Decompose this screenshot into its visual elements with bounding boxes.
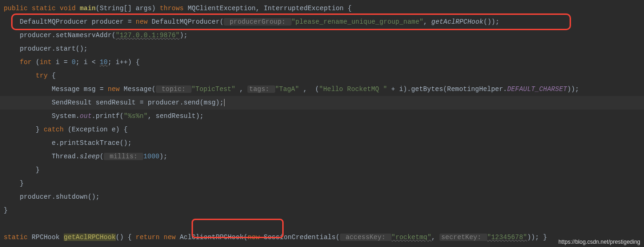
code-line-15: producer.shutdown(); — [4, 190, 640, 204]
indent — [4, 166, 36, 174]
args: , sendResult); — [148, 112, 204, 120]
p3: ; i < — [76, 58, 100, 66]
code-line-2: DefaultMQProducer producer = new Default… — [4, 15, 640, 29]
watermark-text: https://blog.csdn.net/prestigeding — [558, 239, 640, 245]
indent — [4, 193, 20, 201]
p2: + i).getBytes(RemotingHelper. — [387, 85, 507, 93]
topic-str: "TopicTest" — [192, 85, 239, 93]
p4: ; i++) { — [108, 58, 140, 66]
code-line-3: producer.setNamesrvAddr("127.0.0.1:9876"… — [4, 29, 640, 42]
p2: i = — [52, 58, 72, 66]
catch-sig: (Exception e) { — [64, 126, 128, 133]
fmt-str: "%s%n" — [124, 112, 148, 120]
c1: , — [239, 85, 247, 93]
code-line-11: e.printStackTrace(); — [4, 136, 640, 150]
addr-str: "127.0.0.1:9876" — [116, 32, 180, 39]
kw-new: new — [108, 85, 120, 93]
p3: )); — [567, 85, 579, 93]
ret-type: RPCHook — [28, 234, 64, 241]
indent — [4, 58, 20, 66]
param-hint-producer-group: producerGroup: — [224, 18, 292, 26]
code-line-9: System.out.printf("%s%n", sendResult); — [4, 110, 640, 123]
c1: , — [432, 234, 439, 241]
indent — [4, 72, 36, 79]
indent — [4, 99, 52, 106]
kw-catch: catch — [44, 126, 64, 133]
printf: .printf( — [92, 112, 124, 120]
indent — [4, 180, 20, 187]
ctor: Message( — [120, 85, 155, 93]
sesscred: SessionCredentials( — [260, 234, 340, 241]
code-line-14: } — [4, 177, 640, 190]
code-line-6: try { — [4, 69, 640, 83]
tail: )); } — [527, 234, 547, 241]
sig: () { — [116, 234, 132, 241]
method-getaclrpchook: getAclRPCHook — [64, 234, 116, 241]
kw-void: void — [60, 5, 75, 12]
kw-new2: new — [248, 234, 260, 241]
call: producer.setNamesrvAddr( — [20, 32, 115, 39]
kw-static: static — [32, 5, 56, 12]
code-line-17-blank — [4, 217, 640, 231]
indent — [4, 45, 20, 52]
brace: { — [348, 5, 352, 12]
ex2: InterruptedException — [264, 5, 344, 12]
kw-new: new — [136, 18, 148, 26]
decl: DefaultMQProducer producer = — [20, 18, 135, 26]
after: ()); — [484, 18, 499, 26]
p1: ( — [32, 58, 40, 66]
out-field: out — [80, 112, 92, 120]
indent — [4, 85, 52, 93]
sleep-method: sleep — [80, 153, 100, 160]
p1: ( — [311, 85, 319, 93]
p2: ); — [159, 153, 167, 160]
kw-new: new — [164, 234, 176, 241]
code-line-10: } catch (Exception e) { — [4, 123, 640, 136]
code-line-13: } — [4, 163, 640, 177]
tags-str: "TagA" — [275, 85, 303, 93]
call-getacl: getAclRPCHook — [432, 18, 484, 26]
ex1: MQClientException, — [188, 5, 260, 12]
code-line-1: public static void main(String[] args) t… — [4, 2, 640, 15]
zero: 0 — [72, 58, 76, 66]
kw-return: return — [132, 234, 164, 241]
brace: { — [48, 72, 56, 79]
thread: Thread. — [52, 153, 80, 160]
hello-str: "Hello RocketMQ " — [319, 85, 387, 93]
code-line-18: static RPCHook getAclRPCHook() { return … — [4, 231, 640, 244]
kw-throws: throws — [160, 5, 184, 12]
access-key-str: "rocketmq" — [392, 234, 432, 241]
p1: ( — [100, 153, 104, 160]
code-line-4: producer.start(); — [4, 42, 640, 56]
aclhook: AclClientRPCHook( — [176, 234, 248, 241]
msg-decl: Message msg = — [52, 85, 107, 93]
millis-num: 1000 — [143, 153, 159, 160]
secret-key-str: "12345678" — [487, 234, 527, 241]
indent — [4, 32, 20, 39]
const-charset: DEFAULT_CHARSET — [507, 85, 567, 93]
code-line-5: for (int i = 0; i < 10; i++) { — [4, 56, 640, 69]
hint-tags: tags: — [247, 85, 275, 93]
shutdown: producer.shutdown(); — [20, 193, 100, 201]
after: ); — [179, 32, 187, 39]
cb: } — [36, 126, 44, 133]
code-editor[interactable]: public static void main(String[] args) t… — [4, 2, 640, 244]
indent — [4, 139, 52, 147]
kw-int: int — [40, 58, 52, 66]
code-line-16: } — [4, 204, 640, 217]
kw-for: for — [20, 58, 32, 66]
cb: } — [4, 207, 8, 214]
indent — [4, 126, 36, 133]
system: System. — [52, 112, 80, 120]
send-call: SendResult sendResult = producer.send(ms… — [52, 99, 224, 106]
kw-static: static — [4, 234, 28, 241]
hint-secretkey: secretKey: — [439, 234, 487, 241]
kw-public: public — [4, 5, 28, 12]
indent — [4, 112, 52, 120]
kw-try: try — [36, 72, 48, 79]
method-main: main — [80, 5, 95, 12]
code-line-12: Thread.sleep( millis: 1000); — [4, 150, 640, 163]
main-sig: (String[] args) — [96, 5, 156, 12]
code-line-7: Message msg = new Message( topic: "Topic… — [4, 83, 640, 96]
ten: 10 — [100, 58, 107, 66]
